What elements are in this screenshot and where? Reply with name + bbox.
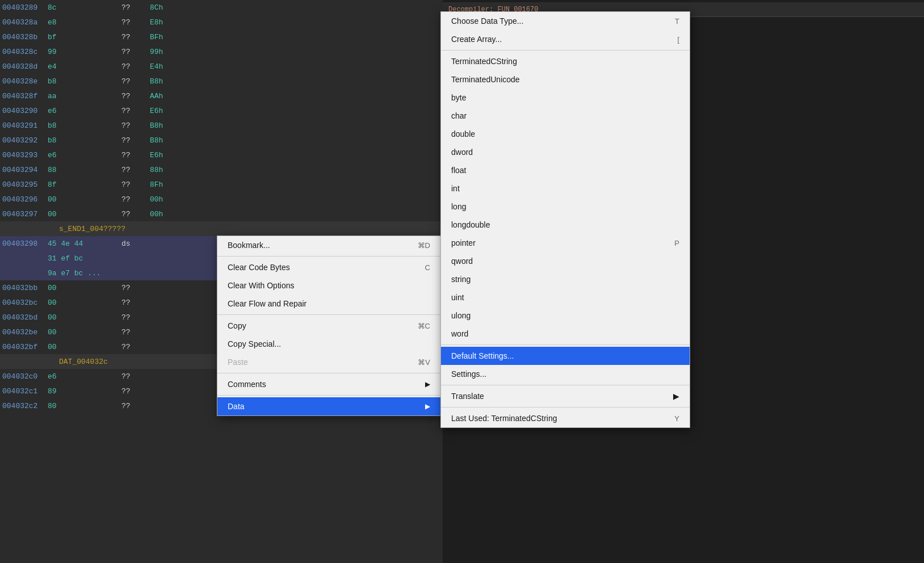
menu-right-item-settings[interactable]: Settings... (441, 365, 690, 383)
menu-right-item-translate[interactable]: Translate ▶ (441, 387, 690, 405)
menu-right-item-int[interactable]: int (441, 179, 690, 198)
label-row: s_END1_004????? (0, 221, 443, 236)
menu-item-label: int (451, 184, 460, 193)
table-row: 0040328b bf ?? BFh (0, 30, 443, 44)
table-row: 00403296 00 ?? 00h (0, 192, 443, 207)
submenu-arrow-icon: ▶ (673, 392, 679, 401)
menu-right-item-terminated-unicode[interactable]: TerminatedUnicode (441, 70, 690, 89)
menu-right-item-longdouble[interactable]: longdouble (441, 216, 690, 234)
shortcut: P (674, 239, 679, 247)
submenu-arrow-icon: ▶ (425, 402, 430, 410)
table-row: 0040328e b8 ?? B8h (0, 74, 443, 89)
menu-item-comments[interactable]: Comments ▶ (217, 375, 440, 393)
menu-right-item-double[interactable]: double (441, 125, 690, 143)
menu-right-item-uint[interactable]: uint (441, 288, 690, 306)
menu-item-label: Comments (228, 380, 425, 389)
menu-item-label: ulong (451, 311, 471, 320)
table-row: 00403290 e6 ?? E6h (0, 103, 443, 118)
menu-separator (217, 395, 440, 396)
menu-separator (217, 314, 440, 315)
menu-right-item-dword[interactable]: dword (441, 143, 690, 161)
menu-item-bookmark[interactable]: Bookmark... ⌘D (217, 236, 440, 254)
menu-separator (441, 407, 690, 407)
menu-item-label: Bookmark... (228, 241, 418, 250)
table-row: 00403295 8f ?? 8Fh (0, 177, 443, 192)
menu-item-label: double (451, 129, 475, 138)
menu-right-item-string[interactable]: string (441, 270, 690, 288)
menu-item-clear-with-options[interactable]: Clear With Options (217, 276, 440, 295)
menu-item-copy-special[interactable]: Copy Special... (217, 335, 440, 353)
menu-item-label: Clear Code Bytes (228, 263, 425, 272)
table-row: 0040328c 99 ?? 99h (0, 44, 443, 59)
menu-right-item-default-settings[interactable]: Default Settings... (441, 347, 690, 365)
table-row: 0040328a e8 ?? E8h (0, 15, 443, 30)
address: 00403289 (2, 3, 48, 12)
menu-item-label: dword (451, 148, 473, 157)
menu-right-item-choose-data-type[interactable]: Choose Data Type... T (441, 12, 690, 30)
menu-item-label: TerminatedCString (451, 57, 517, 66)
menu-right-item-terminated-cstring[interactable]: TerminatedCString (441, 52, 690, 70)
menu-right-item-pointer[interactable]: pointer P (441, 234, 690, 252)
menu-item-label: TerminatedUnicode (451, 75, 520, 84)
menu-item-label: Translate (451, 392, 484, 401)
menu-item-paste[interactable]: Paste ⌘V (217, 353, 440, 371)
context-menu-right[interactable]: Choose Data Type... T Create Array... [ … (440, 11, 690, 428)
table-row: 00403293 e6 ?? E6h (0, 148, 443, 162)
menu-item-label: long (451, 202, 466, 211)
menu-separator (441, 344, 690, 345)
menu-separator (217, 256, 440, 257)
menu-item-label: uint (451, 293, 464, 302)
table-row: 00403289 8c ?? 8Ch (0, 0, 443, 15)
menu-item-label: Clear Flow and Repair (228, 299, 430, 308)
shortcut: T (675, 17, 679, 26)
menu-item-copy[interactable]: Copy ⌘C (217, 317, 440, 335)
menu-item-label: Choose Data Type... (451, 16, 523, 26)
menu-right-item-create-array[interactable]: Create Array... [ (441, 30, 690, 48)
menu-right-item-byte[interactable]: byte (441, 89, 690, 107)
menu-right-item-ulong[interactable]: ulong (441, 306, 690, 325)
menu-right-item-qword[interactable]: qword (441, 252, 690, 270)
menu-item-clear-code-bytes[interactable]: Clear Code Bytes C (217, 258, 440, 276)
table-row: 00403297 00 ?? 00h (0, 207, 443, 221)
menu-item-label: Last Used: TerminatedCString (451, 414, 557, 423)
context-menu-left[interactable]: Bookmark... ⌘D Clear Code Bytes C Clear … (217, 236, 441, 416)
menu-item-label: char (451, 111, 467, 120)
menu-item-label: Clear With Options (228, 281, 430, 290)
menu-item-label: Paste (228, 358, 418, 367)
table-row: 00403292 b8 ?? B8h (0, 133, 443, 148)
menu-separator (441, 385, 690, 385)
menu-right-item-char[interactable]: char (441, 107, 690, 125)
menu-item-label: Create Array... (451, 35, 502, 44)
table-row: 0040328d e4 ?? E4h (0, 59, 443, 74)
menu-item-label: float (451, 166, 466, 175)
menu-item-label: Settings... (451, 369, 486, 379)
menu-separator (441, 50, 690, 51)
shortcut: Y (674, 414, 679, 423)
menu-item-label: byte (451, 93, 466, 102)
menu-item-label: longdouble (451, 220, 490, 229)
menu-right-item-long[interactable]: long (441, 198, 690, 216)
submenu-arrow-icon: ▶ (425, 380, 430, 388)
menu-item-label: Data (228, 402, 425, 411)
table-row: 00403291 b8 ?? B8h (0, 118, 443, 133)
menu-item-label: Copy (228, 321, 418, 330)
table-row: 00403294 88 ?? 88h (0, 162, 443, 177)
menu-item-label: Default Settings... (451, 351, 514, 360)
menu-item-label: string (451, 275, 471, 284)
menu-item-label: Copy Special... (228, 339, 430, 348)
menu-right-item-last-used[interactable]: Last Used: TerminatedCString Y (441, 409, 690, 427)
menu-separator (217, 373, 440, 373)
menu-right-item-word[interactable]: word (441, 325, 690, 343)
menu-item-data[interactable]: Data ▶ (217, 397, 440, 415)
table-row: 0040328f aa ?? AAh (0, 89, 443, 103)
shortcut: [ (677, 35, 679, 44)
menu-item-label: qword (451, 257, 473, 266)
menu-item-label: word (451, 329, 468, 338)
menu-item-clear-flow-repair[interactable]: Clear Flow and Repair (217, 295, 440, 313)
menu-item-label: pointer (451, 238, 476, 247)
menu-right-item-float[interactable]: float (441, 161, 690, 179)
